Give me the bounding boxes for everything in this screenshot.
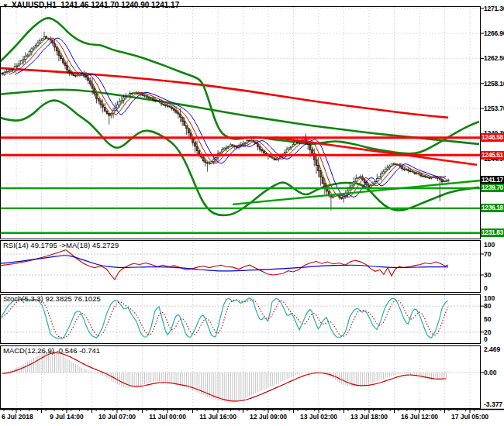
rsi-scale-label: 30 — [484, 272, 491, 279]
stoch-scale-label: 50 — [484, 316, 491, 323]
rsi-scale-label: 100 — [484, 242, 495, 249]
chart-canvas[interactable] — [0, 0, 504, 426]
price-tick-label: 1258.10 — [484, 80, 504, 88]
time-tick-label: 11 Jul 16:00 — [199, 413, 236, 421]
price-tick-label: 1262.50 — [484, 54, 504, 62]
rsi-scale-label: 0 — [484, 285, 488, 292]
price-tick-label: 1271.30 — [484, 5, 504, 12]
stoch-scale-label: 80 — [484, 303, 491, 310]
macd-scale-label: 0.00 — [484, 369, 497, 376]
price-badge-support: 1231.83 — [481, 228, 504, 237]
trading-chart-window: ▼XAUUSD,H1 1241.46 1241.70 1240.90 1241.… — [0, 0, 504, 426]
price-badge-support: 1236.18 — [481, 204, 504, 212]
time-tick-label: 16 Jul 12:00 — [401, 413, 438, 421]
time-tick-label: 12 Jul 09:00 — [250, 413, 287, 421]
time-tick-label: 13 Jul 18:00 — [350, 413, 388, 421]
ohlc-readout: 1241.46 1241.70 1240.90 1241.17 — [60, 1, 179, 9]
price-badge-support: 1239.70 — [481, 184, 504, 192]
time-tick-label: 11 Jul 00:00 — [149, 413, 186, 421]
time-tick-label: 9 Jul 14:00 — [50, 413, 83, 421]
time-tick-label: 6 Jul 2018 — [2, 413, 33, 421]
price-tick-label: 1266.90 — [484, 29, 504, 37]
price-badge-resistance: 1245.51 — [481, 151, 504, 160]
time-tick-label: 13 Jul 02:00 — [300, 413, 337, 421]
price-tick-label: 1253.70 — [484, 105, 504, 112]
time-tick-label: 17 Jul 05:00 — [451, 413, 488, 421]
macd-scale-label: -3.377 — [484, 401, 502, 408]
rsi-scale-label: 70 — [484, 251, 491, 258]
symbol-dropdown-icon[interactable]: ▼ — [2, 2, 9, 9]
chart-header: ▼XAUUSD,H1 1241.46 1241.70 1240.90 1241.… — [2, 1, 179, 9]
symbol-timeframe-label: XAUUSD,H1 — [12, 1, 57, 9]
price-badge-resistance: 1248.58 — [481, 133, 504, 142]
stoch-indicator-label: Stoch(5,3,3) 92.3825 76.1025 — [3, 294, 101, 303]
stoch-scale-label: 100 — [484, 295, 495, 302]
macd-indicator-label: MACD(12,26,9) -0.546 -0.741 — [3, 346, 100, 355]
time-tick-label: 10 Jul 07:00 — [98, 413, 136, 421]
macd-scale-label: 2.469 — [484, 346, 500, 353]
stoch-scale-label: 0 — [484, 336, 488, 343]
rsi-indicator-label: RSI(14) 49.1795 ->MA(18) 45.2729 — [3, 241, 119, 249]
